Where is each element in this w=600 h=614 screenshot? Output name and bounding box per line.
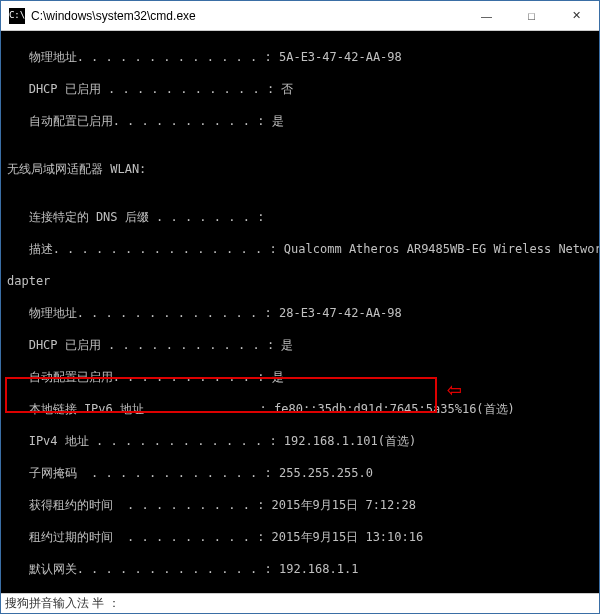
window-title: C:\windows\system32\cmd.exe <box>31 9 464 23</box>
ime-text: 搜狗拼音输入法 半 ： <box>5 595 120 612</box>
output-line: 默认网关. . . . . . . . . . . . . : 192.168.… <box>7 561 599 577</box>
output-line: 本地链接 IPv6 地址. . . . . . . . : fe80::35db… <box>7 401 599 417</box>
output-line: 描述. . . . . . . . . . . . . . . : Qualco… <box>7 241 599 257</box>
output-line: 无线局域网适配器 WLAN: <box>7 161 599 177</box>
cmd-icon: C:\ <box>9 8 25 24</box>
ime-status-bar: 搜狗拼音输入法 半 ： <box>1 593 599 613</box>
output-line: 物理地址. . . . . . . . . . . . . : 28-E3-47… <box>7 305 599 321</box>
output-line: dapter <box>7 273 599 289</box>
output-line: 自动配置已启用. . . . . . . . . . : 是 <box>7 369 599 385</box>
output-line: 获得租约的时间 . . . . . . . . . : 2015年9月15日 7… <box>7 497 599 513</box>
output-line: DHCP 已启用 . . . . . . . . . . . : 是 <box>7 337 599 353</box>
minimize-button[interactable]: — <box>464 1 509 30</box>
console-output[interactable]: 物理地址. . . . . . . . . . . . . : 5A-E3-47… <box>1 31 599 593</box>
cmd-window: C:\ C:\windows\system32\cmd.exe — □ ✕ 物理… <box>0 0 600 614</box>
output-line: 租约过期的时间 . . . . . . . . . : 2015年9月15日 1… <box>7 529 599 545</box>
output-line: DHCP 已启用 . . . . . . . . . . . : 否 <box>7 81 599 97</box>
output-line: 物理地址. . . . . . . . . . . . . : 5A-E3-47… <box>7 49 599 65</box>
output-line: IPv4 地址 . . . . . . . . . . . . : 192.16… <box>7 433 599 449</box>
maximize-button[interactable]: □ <box>509 1 554 30</box>
output-line: 连接特定的 DNS 后缀 . . . . . . . : <box>7 209 599 225</box>
output-line: 子网掩码 . . . . . . . . . . . . : 255.255.2… <box>7 465 599 481</box>
close-button[interactable]: ✕ <box>554 1 599 30</box>
output-line: 自动配置已启用. . . . . . . . . . : 是 <box>7 113 599 129</box>
titlebar[interactable]: C:\ C:\windows\system32\cmd.exe — □ ✕ <box>1 1 599 31</box>
